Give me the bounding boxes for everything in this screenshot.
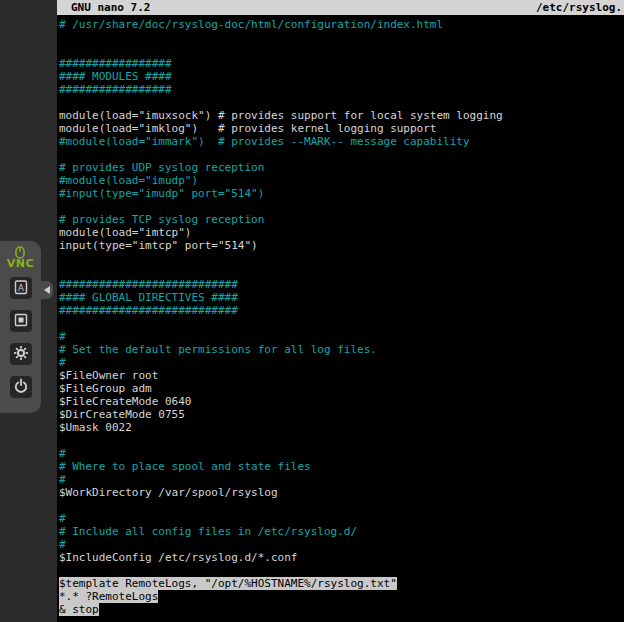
buffer-line: # xyxy=(59,356,624,369)
buffer-line: # xyxy=(59,473,624,486)
fullscreen-button[interactable] xyxy=(10,310,32,332)
buffer-line: # Where to place spool and state files xyxy=(59,460,624,473)
power-icon xyxy=(13,378,29,397)
buffer-line: # xyxy=(59,330,624,343)
buffer-line: # xyxy=(59,538,624,551)
settings-button[interactable] xyxy=(10,343,32,365)
buffer-line: module(load="imuxsock") # provides suppo… xyxy=(59,109,624,122)
buffer-line xyxy=(59,31,624,44)
buffer-line: ################# xyxy=(59,83,624,96)
buffer-line xyxy=(59,96,624,109)
buffer-line: $FileGroup adm xyxy=(59,382,624,395)
buffer-line: # provides UDP syslog reception xyxy=(59,161,624,174)
buffer-line: $IncludeConfig /etc/rsyslog.d/*.conf xyxy=(59,551,624,564)
buffer-line: *.* ?RemoteLogs xyxy=(59,590,624,603)
buffer-line xyxy=(59,200,624,213)
nano-titlebar: GNU nano 7.2 /etc/rsyslog. xyxy=(57,0,624,15)
svg-text:A: A xyxy=(18,282,24,292)
buffer-line xyxy=(59,317,624,330)
novnc-logo: VNC xyxy=(7,246,34,269)
buffer-line: input(type="imtcp" port="514") xyxy=(59,239,624,252)
gear-icon xyxy=(13,345,29,364)
control-bar-handle[interactable] xyxy=(41,281,53,299)
buffer-line: $template RemoteLogs, "/opt/%HOSTNAME%/r… xyxy=(59,577,624,590)
buffer-line: $Umask 0022 xyxy=(59,421,624,434)
buffer-line: module(load="imklog") # provides kernel … xyxy=(59,122,624,135)
buffer-line xyxy=(59,265,624,278)
buffer-line: # xyxy=(59,512,624,525)
buffer-line: #input(type="imudp" port="514") xyxy=(59,187,624,200)
buffer-line: #### GLOBAL DIRECTIVES #### xyxy=(59,291,624,304)
nano-app-title: GNU nano 7.2 xyxy=(71,1,150,14)
buffer-line xyxy=(59,148,624,161)
buffer-line xyxy=(59,44,624,57)
buffer-line: # Set the default permissions for all lo… xyxy=(59,343,624,356)
buffer-line: # /usr/share/doc/rsyslog-doc/html/config… xyxy=(59,18,624,31)
buffer-line: $WorkDirectory /var/spool/rsyslog xyxy=(59,486,624,499)
buffer-line xyxy=(59,434,624,447)
buffer-line: $DirCreateMode 0755 xyxy=(59,408,624,421)
buffer-line xyxy=(59,564,624,577)
novnc-control-bar: VNC A xyxy=(0,241,41,413)
buffer-line: ########################### xyxy=(59,278,624,291)
terminal-window[interactable]: GNU nano 7.2 /etc/rsyslog. # /usr/share/… xyxy=(57,0,624,622)
buffer-line: #module(load="imudp") xyxy=(59,174,624,187)
clipboard-button[interactable]: A xyxy=(10,277,32,299)
fullscreen-icon xyxy=(13,312,29,331)
nano-filename: /etc/rsyslog. xyxy=(536,1,622,14)
clipboard-icon: A xyxy=(13,279,29,298)
desktop: GNU nano 7.2 /etc/rsyslog. # /usr/share/… xyxy=(0,0,624,622)
nano-buffer[interactable]: # /usr/share/doc/rsyslog-doc/html/config… xyxy=(57,15,624,616)
buffer-line xyxy=(59,252,624,265)
buffer-line: module(load="imtcp") xyxy=(59,226,624,239)
buffer-line: ################# xyxy=(59,57,624,70)
buffer-line: # xyxy=(59,447,624,460)
buffer-line: #module(load="immark") # provides --MARK… xyxy=(59,135,624,148)
buffer-line xyxy=(59,499,624,512)
novnc-logo-text: VNC xyxy=(7,259,34,269)
collapse-left-arrow-icon xyxy=(44,286,50,294)
buffer-line: # Include all config files in /etc/rsysl… xyxy=(59,525,624,538)
buffer-line: & stop xyxy=(59,603,624,616)
power-button[interactable] xyxy=(10,376,32,398)
buffer-line: # provides TCP syslog reception xyxy=(59,213,624,226)
buffer-line: #### MODULES #### xyxy=(59,70,624,83)
buffer-line: ########################### xyxy=(59,304,624,317)
buffer-line: $FileOwner root xyxy=(59,369,624,382)
buffer-line: $FileCreateMode 0640 xyxy=(59,395,624,408)
